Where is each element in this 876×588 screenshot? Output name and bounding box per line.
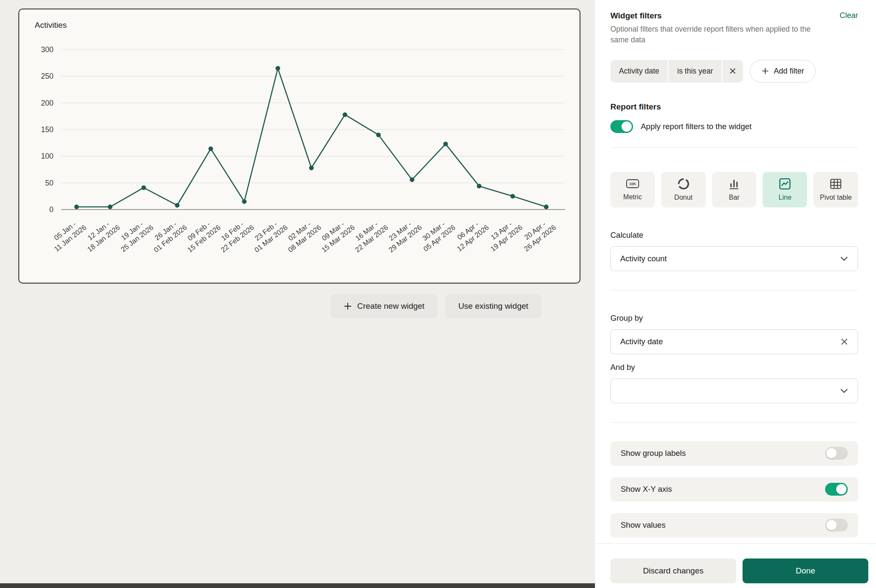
svg-text:150: 150 (41, 125, 53, 134)
svg-text:50: 50 (45, 179, 54, 187)
calculate-value: Activity count (620, 254, 667, 263)
add-filter-label: Add filter (774, 67, 804, 76)
chart-type-bar[interactable]: Bar (712, 172, 757, 207)
and-by-label: And by (610, 363, 858, 372)
group-by-value: Activity date (620, 337, 663, 346)
line-chart-icon (779, 178, 791, 190)
svg-text:200: 200 (41, 99, 53, 107)
filter-chip: Activity date is this year (610, 60, 743, 83)
chart-type-label: Bar (729, 194, 740, 201)
divider (610, 422, 858, 423)
divider (610, 148, 858, 148)
group-by-select[interactable]: Activity date (610, 329, 858, 354)
calculate-label: Calculate (610, 230, 858, 240)
show-group-labels-row: Show group labels (610, 441, 858, 466)
show-xy-axis-row: Show X-Y axis (610, 477, 858, 502)
create-new-widget-label: Create new widget (357, 301, 424, 311)
add-filter-button[interactable]: Add filter (750, 60, 816, 83)
pivot-table-icon (830, 178, 842, 190)
widget-filters-description: Optional filters that override report fi… (610, 24, 821, 45)
show-group-labels-label: Show group labels (621, 449, 686, 458)
widget-settings-panel: Widget filters Clear Optional filters th… (595, 0, 876, 588)
canvas-actions: Create new widget Use existing widget (331, 294, 541, 318)
chart-type-donut[interactable]: Donut (661, 172, 706, 207)
chevron-down-icon (840, 256, 848, 261)
chart-type-pivot-table[interactable]: Pivot table (814, 172, 858, 207)
use-existing-widget-label: Use existing widget (458, 301, 528, 311)
chart-type-label: Line (778, 194, 791, 201)
create-new-widget-button[interactable]: Create new widget (331, 294, 437, 318)
svg-text:300: 300 (41, 45, 53, 54)
report-canvas: Activities 05010015020025030005 Jan -11 … (0, 0, 595, 588)
done-button[interactable]: Done (743, 558, 868, 583)
donut-icon (678, 178, 690, 190)
widget-card-activities[interactable]: Activities 05010015020025030005 Jan -11 … (18, 9, 580, 284)
chart-type-label: Metric (623, 193, 642, 201)
discard-changes-button[interactable]: Discard changes (610, 558, 736, 583)
svg-text:250: 250 (41, 72, 53, 80)
show-xy-axis-label: Show X-Y axis (621, 485, 672, 494)
show-group-labels-toggle[interactable] (825, 447, 848, 460)
use-existing-widget-button[interactable]: Use existing widget (445, 294, 541, 318)
report-filters-heading: Report filters (610, 102, 858, 112)
remove-filter-button[interactable] (722, 60, 743, 83)
chevron-down-icon (840, 388, 848, 393)
and-by-select[interactable] (610, 378, 858, 403)
metric-icon: 10K (626, 178, 639, 189)
horizontal-scrollbar[interactable] (0, 583, 595, 588)
show-xy-axis-toggle[interactable] (825, 483, 848, 496)
widget-editor-app: Activities 05010015020025030005 Jan -11 … (0, 0, 876, 588)
chart-type-label: Pivot table (820, 194, 852, 201)
activities-line-chart: 05010015020025030005 Jan -11 Jan 202612 … (20, 43, 579, 281)
chart-type-metric[interactable]: 10K Metric (610, 172, 655, 207)
apply-report-filters-label: Apply report filters to the widget (641, 122, 752, 131)
clear-group-by-icon[interactable] (840, 338, 848, 346)
close-icon (729, 68, 736, 74)
filter-chips-row: Activity date is this year Add filter (610, 60, 858, 83)
chart-type-selector: 10K Metric Donut Bar (610, 172, 858, 207)
divider (610, 290, 858, 290)
plus-icon (761, 67, 769, 75)
chart-type-line[interactable]: Line (763, 172, 807, 207)
show-values-toggle[interactable] (825, 519, 848, 532)
plus-icon (343, 302, 352, 310)
display-options: Show group labels Show X-Y axis Show val… (610, 441, 858, 538)
filter-condition-chip[interactable]: is this year (669, 60, 722, 83)
widget-filters-heading: Widget filters (610, 11, 662, 21)
panel-footer: Discard changes Done (595, 544, 876, 588)
svg-text:100: 100 (41, 152, 53, 160)
clear-filters-link[interactable]: Clear (840, 11, 858, 20)
calculate-select[interactable]: Activity count (610, 246, 858, 271)
svg-text:10K: 10K (629, 182, 636, 186)
filter-field-chip[interactable]: Activity date (610, 60, 668, 83)
apply-report-filters-toggle[interactable] (610, 120, 633, 133)
bar-chart-icon (728, 178, 740, 190)
chart-type-label: Donut (674, 194, 693, 201)
panel-content: Widget filters Clear Optional filters th… (595, 0, 876, 544)
widget-title: Activities (35, 21, 67, 30)
show-values-label: Show values (621, 520, 666, 530)
svg-text:0: 0 (49, 205, 53, 214)
group-by-label: Group by (610, 313, 858, 323)
show-values-row: Show values (610, 513, 858, 538)
apply-report-filters-row: Apply report filters to the widget (610, 120, 858, 133)
